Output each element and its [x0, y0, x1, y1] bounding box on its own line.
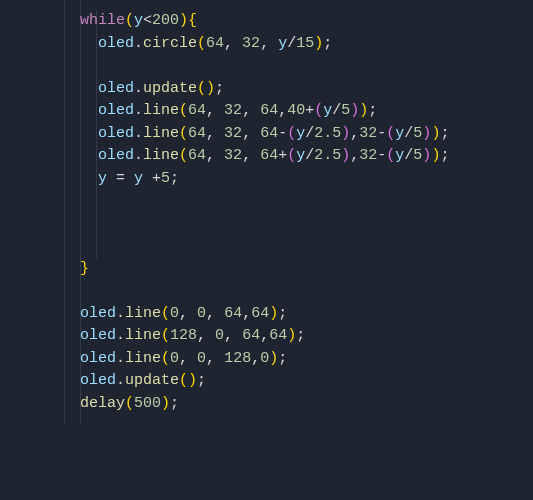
token-num: 64: [260, 147, 278, 164]
token-punc: .: [116, 305, 125, 322]
token-paren: ): [206, 80, 215, 97]
token-punc: .: [134, 125, 143, 142]
token-paren2: (: [287, 125, 296, 142]
code-line[interactable]: oled.line(64, 32, 64-(y/2.5),32-(y/5));: [0, 123, 533, 146]
token-num: 64: [188, 102, 206, 119]
token-punc: ;: [278, 305, 287, 322]
code-line[interactable]: delay(500);: [0, 393, 533, 416]
token-punc: ;: [170, 395, 179, 412]
code-line[interactable]: oled.line(128, 0, 64,64);: [0, 325, 533, 348]
token-punc: ;: [323, 35, 332, 52]
token-paren: (: [161, 350, 170, 367]
token-var: y: [395, 125, 404, 142]
token-num: 0: [170, 305, 179, 322]
token-num: 2.5: [314, 125, 341, 142]
token-num: 64: [206, 35, 224, 52]
token-punc: .: [134, 35, 143, 52]
code-line[interactable]: y = y +5;: [0, 168, 533, 191]
token-num: 32: [224, 102, 242, 119]
token-obj: oled: [80, 350, 116, 367]
token-paren: (: [197, 35, 206, 52]
token-punc: ,: [179, 305, 197, 322]
token-op: /: [287, 35, 296, 52]
code-line[interactable]: [0, 213, 533, 236]
token-obj: oled: [98, 80, 134, 97]
token-fn: circle: [143, 35, 197, 52]
token-num: 64: [188, 147, 206, 164]
code-line[interactable]: oled.line(64, 32, 64,40+(y/5));: [0, 100, 533, 123]
token-punc: ,: [206, 102, 224, 119]
token-var: y: [323, 102, 332, 119]
token-paren2: ): [341, 147, 350, 164]
token-punc: .: [116, 327, 125, 344]
code-line[interactable]: oled.line(64, 32, 64+(y/2.5),32-(y/5));: [0, 145, 533, 168]
token-paren: (: [179, 372, 188, 389]
token-paren: (: [179, 102, 188, 119]
token-num: 64: [260, 125, 278, 142]
token-punc: ,: [350, 125, 359, 142]
code-lines[interactable]: while(y<200){ oled.circle(64, 32, y/15);…: [0, 10, 533, 415]
token-punc: ,: [260, 327, 269, 344]
token-paren: ): [314, 35, 323, 52]
token-punc: .: [134, 102, 143, 119]
token-punc: ,: [242, 102, 260, 119]
token-num: 64: [251, 305, 269, 322]
token-paren: ): [359, 102, 368, 119]
token-punc: .: [134, 80, 143, 97]
token-obj: oled: [80, 372, 116, 389]
token-paren2: (: [314, 102, 323, 119]
token-punc: ;: [278, 350, 287, 367]
token-op: -: [377, 125, 386, 142]
code-line[interactable]: while(y<200){: [0, 10, 533, 33]
code-line[interactable]: oled.line(0, 0, 128,0);: [0, 348, 533, 371]
token-obj: oled: [98, 125, 134, 142]
code-line[interactable]: oled.update();: [0, 78, 533, 101]
token-kw: while: [80, 12, 125, 29]
token-paren2: (: [386, 125, 395, 142]
token-num: 32: [242, 35, 260, 52]
token-num: 5: [413, 125, 422, 142]
token-punc: ,: [242, 125, 260, 142]
token-punc: ,: [197, 327, 215, 344]
token-punc: ;: [197, 372, 206, 389]
token-num: 128: [224, 350, 251, 367]
token-paren: (: [179, 125, 188, 142]
code-line[interactable]: }: [0, 258, 533, 281]
token-num: 128: [170, 327, 197, 344]
code-line[interactable]: [0, 235, 533, 258]
token-paren: (: [161, 305, 170, 322]
token-num: 0: [197, 350, 206, 367]
code-line[interactable]: [0, 280, 533, 303]
code-line[interactable]: oled.circle(64, 32, y/15);: [0, 33, 533, 56]
token-fn: line: [125, 327, 161, 344]
token-num: 32: [224, 147, 242, 164]
token-punc: ;: [215, 80, 224, 97]
token-op: +: [305, 102, 314, 119]
token-punc: ;: [170, 170, 179, 187]
token-num: 5: [341, 102, 350, 119]
token-num: 32: [224, 125, 242, 142]
token-paren: (: [197, 80, 206, 97]
token-punc: ,: [206, 305, 224, 322]
code-line[interactable]: [0, 190, 533, 213]
token-num: 15: [296, 35, 314, 52]
token-fn: update: [125, 372, 179, 389]
token-fn: line: [143, 125, 179, 142]
token-punc: ,: [242, 147, 260, 164]
token-paren: (: [125, 12, 134, 29]
token-paren: ): [287, 327, 296, 344]
code-line[interactable]: oled.update();: [0, 370, 533, 393]
token-obj: oled: [98, 102, 134, 119]
token-obj: oled: [98, 35, 134, 52]
token-op: /: [305, 125, 314, 142]
token-paren2: (: [386, 147, 395, 164]
token-var: y: [134, 170, 143, 187]
code-line[interactable]: [0, 55, 533, 78]
token-num: 64: [224, 305, 242, 322]
token-num: 0: [170, 350, 179, 367]
token-paren2: ): [350, 102, 359, 119]
code-line[interactable]: oled.line(0, 0, 64,64);: [0, 303, 533, 326]
token-curly: {: [188, 12, 197, 29]
code-editor[interactable]: while(y<200){ oled.circle(64, 32, y/15);…: [0, 0, 533, 425]
token-num: 200: [152, 12, 179, 29]
